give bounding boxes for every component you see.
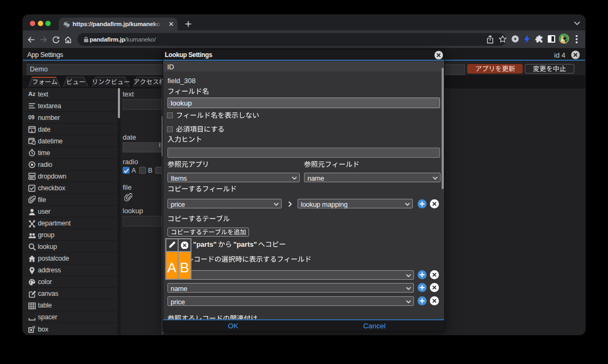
svg-text:Az: Az xyxy=(28,91,36,97)
svg-text:1: 1 xyxy=(31,129,33,133)
svg-text:09: 09 xyxy=(28,114,35,120)
